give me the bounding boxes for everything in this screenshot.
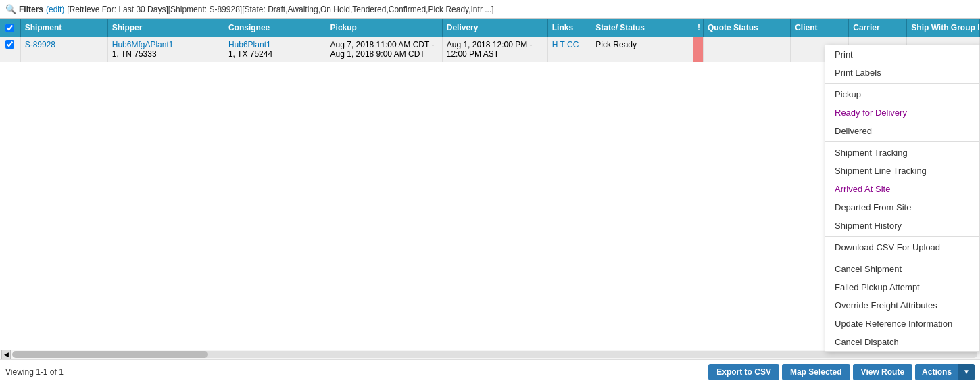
menu-shipment-tracking[interactable]: Shipment Tracking (825, 143, 979, 162)
menu-ready-for-delivery[interactable]: Ready for Delivery (825, 104, 979, 122)
menu-shipment-history[interactable]: Shipment History (825, 216, 979, 235)
actions-button[interactable]: Actions ▼ (915, 364, 975, 380)
header-quote: Quote Status (704, 19, 791, 37)
filter-edit-link[interactable]: (edit) (46, 5, 64, 14)
menu-failed-pickup[interactable]: Failed Pickup Attempt (825, 278, 979, 296)
actions-dropdown-menu: Print Print Labels Pickup Ready for Deli… (825, 45, 980, 352)
shipment-id[interactable]: S-89928 (20, 37, 107, 62)
state-status: Pick Ready (595, 40, 637, 49)
pickup-time: Aug 7, 2018 11:00 AM CDT - Aug 1, 2018 9… (330, 40, 435, 59)
delivery-cell: Aug 1, 2018 12:00 PM - 12:00 PM AST (442, 37, 547, 62)
filter-text: [Retrieve For: Last 30 Days][Shipment: S… (67, 5, 493, 14)
header-links: Links (547, 19, 591, 37)
viewing-count: Viewing 1-1 of 1 (5, 367, 64, 377)
consignee-cell: Hub6Plant1 1, TX 75244 (224, 37, 326, 62)
link-h[interactable]: H (552, 40, 558, 49)
menu-cancel-dispatch[interactable]: Cancel Dispatch (825, 333, 979, 351)
header-shipwith: Ship With Group Ref (907, 19, 980, 37)
consignee-link[interactable]: Hub6Plant1 (228, 40, 271, 49)
header-delivery: Delivery (442, 19, 547, 37)
menu-shipment-line-tracking[interactable]: Shipment Line Tracking (825, 162, 979, 180)
view-route-button[interactable]: View Route (853, 364, 912, 380)
menu-separator-2 (825, 141, 979, 142)
menu-separator-3 (825, 236, 979, 237)
table-header-row: Shipment Shipper Consignee Pickup Delive… (0, 19, 980, 37)
menu-print-labels[interactable]: Print Labels (825, 64, 979, 82)
link-t[interactable]: T (560, 40, 565, 49)
menu-delivered[interactable]: Delivered (825, 122, 979, 140)
map-selected-button[interactable]: Map Selected (782, 364, 850, 380)
scrollbar-thumb[interactable] (12, 351, 208, 358)
menu-update-reference[interactable]: Update Reference Information (825, 315, 979, 333)
header-consignee: Consignee (224, 19, 326, 37)
quote-cell (704, 37, 791, 62)
state-cell: Pick Ready (591, 37, 693, 62)
actions-dropdown-arrow[interactable]: ▼ (958, 364, 975, 380)
pickup-cell: Aug 7, 2018 11:00 AM CDT - Aug 1, 2018 9… (326, 37, 442, 62)
scroll-left-arrow[interactable]: ◀ (1, 350, 11, 359)
menu-pickup[interactable]: Pickup (825, 85, 979, 104)
header-state: State/ Status (591, 19, 693, 37)
footer: Viewing 1-1 of 1 Export to CSV Map Selec… (0, 359, 980, 384)
menu-separator-4 (825, 258, 979, 258)
header-checkbox[interactable] (0, 19, 20, 37)
footer-buttons: Export to CSV Map Selected View Route Ac… (708, 364, 975, 380)
menu-departed-from-site[interactable]: Departed From Site (825, 198, 979, 216)
header-shipment: Shipment (20, 19, 107, 37)
delivery-time: Aug 1, 2018 12:00 PM - 12:00 PM AST (447, 40, 533, 59)
search-icon: 🔍 (5, 4, 16, 14)
menu-cancel-shipment[interactable]: Cancel Shipment (825, 260, 979, 278)
header-shipper: Shipper (107, 19, 224, 37)
header-client: Client (791, 19, 849, 37)
exclamation-cell (693, 37, 703, 62)
shipper-cell: Hub6MfgAPlant1 1, TN 75333 (107, 37, 224, 62)
header-carrier: Carrier (849, 19, 907, 37)
shipper-link[interactable]: Hub6MfgAPlant1 (112, 40, 174, 49)
menu-download-csv[interactable]: Download CSV For Upload (825, 238, 979, 256)
menu-arrived-at-site[interactable]: Arrived At Site (825, 180, 979, 198)
menu-print[interactable]: Print (825, 45, 979, 64)
export-csv-button[interactable]: Export to CSV (708, 364, 779, 380)
filter-bar: 🔍 Filters (edit) [Retrieve For: Last 30 … (0, 0, 980, 19)
menu-override-freight[interactable]: Override Freight Attributes (825, 296, 979, 315)
menu-separator-1 (825, 83, 979, 84)
header-pickup: Pickup (326, 19, 442, 37)
actions-label[interactable]: Actions (915, 364, 958, 380)
header-exclamation: ! (693, 19, 703, 37)
consignee-sub: 1, TX 75244 (228, 49, 272, 59)
filter-label: Filters (19, 5, 43, 14)
links-cell[interactable]: H T CC (547, 37, 591, 62)
link-cc[interactable]: CC (567, 40, 579, 49)
shipper-sub: 1, TN 75333 (112, 49, 157, 59)
row-checkbox[interactable] (0, 37, 20, 62)
